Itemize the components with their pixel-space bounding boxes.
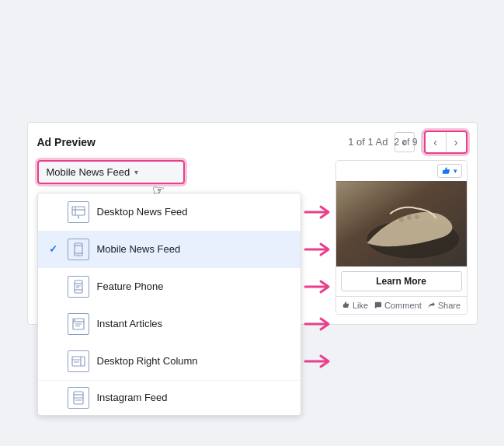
svg-point-31 (399, 218, 404, 222)
svg-rect-19 (72, 357, 85, 366)
ad-preview-right: ▾ (335, 160, 468, 315)
chevron-down-icon: ▾ (454, 167, 457, 175)
desktop-right-column-label: Desktop Right Column (97, 355, 290, 367)
page-indicator: 2 of 9 (394, 137, 417, 148)
left-section: Mobile News Feed ▾ ☞ (37, 160, 328, 315)
like-action-label: Like (353, 301, 368, 310)
instant-articles-label: Instant Articles (97, 318, 290, 329)
dropdown-item-instant-articles[interactable]: Instant Articles (38, 305, 301, 343)
dropdown-selected-label: Mobile News Feed (47, 166, 130, 178)
like-action[interactable]: Like (342, 301, 368, 310)
thumbs-up-icon (442, 166, 451, 176)
next-page-button[interactable]: › (446, 132, 466, 152)
nav-group-highlighted: ‹ › (424, 131, 468, 154)
check-mark-feature (49, 280, 60, 292)
mobile-news-feed-icon (68, 239, 89, 260)
svg-point-32 (406, 215, 411, 220)
feature-phone-icon (68, 276, 89, 298)
feature-phone-label: Feature Phone (97, 280, 290, 292)
dropdown-item-desktop-right-column[interactable]: Desktop Right Column (38, 343, 301, 380)
placement-dropdown-trigger[interactable]: Mobile News Feed ▾ (37, 160, 185, 184)
comment-action-label: Comment (384, 301, 422, 310)
dropdown-item-instagram-feed[interactable]: Instagram Feed (38, 380, 301, 415)
arrow-desktop-news-feed (304, 203, 335, 221)
svg-rect-5 (75, 243, 82, 256)
check-mark-instant (49, 318, 60, 329)
ad-image (336, 181, 467, 267)
prev-page-button[interactable]: ‹ (426, 132, 446, 152)
check-mark-desktop (49, 206, 60, 218)
dropdown-item-feature-phone[interactable]: Feature Phone (38, 268, 301, 305)
comment-action[interactable]: Comment (374, 301, 422, 310)
ad-count: 1 of 1 Ad (348, 136, 388, 148)
arrow-feature-phone (304, 277, 335, 296)
check-mark-mobile: ✓ (49, 243, 60, 255)
arrow-mobile-news-feed (304, 240, 335, 259)
dropdown-menu: Desktop News Feed ✓ (37, 193, 301, 416)
like-button-top[interactable]: ▾ (437, 164, 462, 178)
comment-action-icon (374, 301, 382, 309)
desktop-news-feed-icon (68, 201, 89, 223)
share-action-label: Share (438, 301, 461, 310)
desktop-news-feed-label: Desktop News Feed (97, 206, 290, 218)
check-mark-instagram (49, 392, 60, 403)
ad-preview-panel: Ad Preview 1 of 1 Ad ‹ › Mobile News Fee… (27, 122, 478, 325)
svg-rect-27 (443, 170, 444, 174)
panel-title: Ad Preview (37, 136, 96, 148)
dropdown-item-mobile-news-feed[interactable]: ✓ Mobile News Feed (38, 231, 301, 268)
mobile-news-feed-label: Mobile News Feed (97, 243, 290, 255)
svg-point-8 (78, 254, 79, 256)
dropdown-item-desktop-news-feed[interactable]: Desktop News Feed (38, 193, 301, 231)
nav-group-overlay: 2 of 9 ‹ › (394, 131, 467, 154)
check-mark-right-col (49, 355, 60, 367)
shoe-image-svg (336, 181, 467, 267)
share-action-icon (427, 301, 436, 309)
arrow-instant-articles (304, 315, 335, 333)
instant-articles-icon (68, 313, 89, 335)
like-action-icon (342, 301, 350, 309)
share-action[interactable]: Share (427, 301, 461, 310)
svg-point-18 (74, 319, 75, 321)
svg-rect-0 (72, 207, 85, 215)
dropdown-arrow-icon: ▾ (134, 168, 138, 176)
desktop-right-column-icon (68, 350, 89, 372)
svg-rect-9 (75, 280, 82, 293)
panel-body: Mobile News Feed ▾ ☞ (37, 160, 468, 315)
ad-actions-top: ▾ (336, 161, 467, 181)
learn-more-button[interactable]: Learn More (341, 271, 462, 291)
svg-point-33 (414, 214, 419, 219)
arrow-desktop-right-column (304, 352, 335, 371)
ad-actions-bottom: Like Comment Share (336, 296, 467, 314)
instagram-feed-icon (68, 387, 89, 409)
instagram-feed-label: Instagram Feed (97, 392, 290, 403)
